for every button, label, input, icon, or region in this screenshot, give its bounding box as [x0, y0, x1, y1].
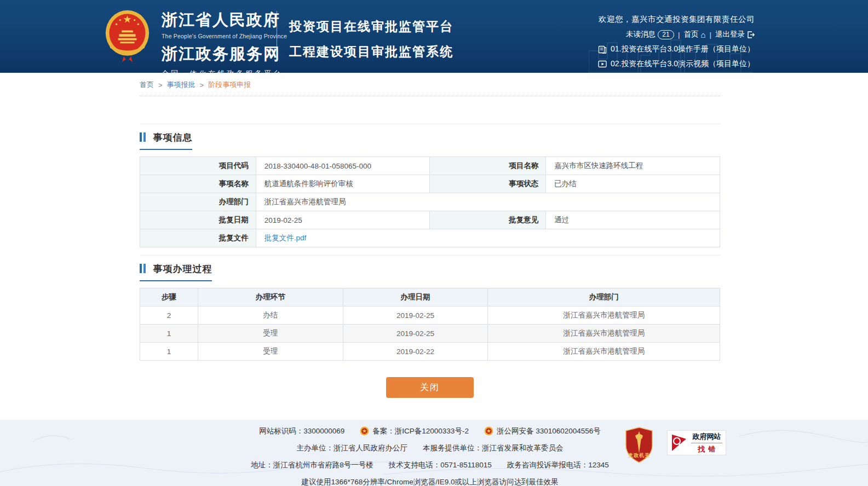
- handling-department-value: 浙江省嘉兴市港航管理局: [256, 193, 720, 211]
- breadcrumb-report[interactable]: 事项报批: [167, 80, 196, 90]
- police-emblem-icon: [484, 426, 493, 436]
- footer-line-4: 建议使用1366*768分辨率/Chrome浏览器/IE9.0或以上浏览器访问达…: [140, 473, 720, 486]
- main-content: 事项信息 项目代码 2018-330400-48-01-058065-000 项…: [140, 124, 720, 398]
- field-label: 批复日期: [140, 211, 256, 229]
- site-header: 浙江省人民政府 The People's Government of Zheji…: [0, 0, 868, 73]
- national-emblem-icon: [104, 7, 151, 64]
- table-row: 1 受理 2019-02-22 浙江省嘉兴市港航管理局: [140, 343, 720, 361]
- step-cell: 2: [140, 306, 198, 325]
- date-cell: 2019-02-25: [343, 325, 488, 343]
- separator: |: [678, 31, 680, 39]
- police-record-text: 浙公网安备 33010602004556号: [497, 426, 601, 436]
- site-code: 网站标识码：3300000069: [259, 426, 344, 436]
- breadcrumb-current: 阶段事项申报: [208, 80, 251, 90]
- user-links: 未读消息 21 | 首页 ⌂ | 退出登录: [598, 30, 755, 39]
- police-emblem-icon: [360, 426, 369, 436]
- logout-link[interactable]: 退出登录: [715, 30, 755, 39]
- breadcrumb-separator: >: [158, 81, 163, 89]
- find-error-text: 政府网站 找错: [691, 432, 722, 454]
- approval-opinion-value: 通过: [546, 211, 720, 229]
- browser-tip-text: 建议使用1366*768分辨率/Chrome浏览器/IE9.0或以上浏览器访问达…: [302, 477, 559, 486]
- col-header-phase: 办理环节: [198, 288, 343, 306]
- col-header-step: 步骤: [140, 288, 198, 306]
- site-footer: 网站标识码：3300000069 备案：浙ICP备12000333号-2 浙公网…: [0, 420, 868, 486]
- section-bars-icon: [140, 132, 146, 144]
- item-name-value: 航道通航条件影响评价审核: [256, 175, 430, 193]
- logout-label: 退出登录: [715, 30, 745, 39]
- item-info-section: 事项信息 项目代码 2018-330400-48-01-058065-000 项…: [140, 124, 720, 247]
- organizer-text: 主办单位：浙江省人民政府办公厅: [297, 443, 408, 453]
- find-error-site-label: 政府网站: [691, 432, 722, 443]
- table-row: 项目代码 2018-330400-48-01-058065-000 项目名称 嘉…: [140, 157, 720, 175]
- find-error-badge[interactable]: 政府网站 找错: [667, 430, 726, 455]
- field-label: 事项名称: [140, 175, 256, 193]
- unread-count-badge[interactable]: 21: [658, 30, 674, 39]
- field-label: 办理部门: [140, 193, 256, 211]
- logout-icon: [747, 31, 755, 38]
- dept-cell: 浙江省嘉兴市港航管理局: [488, 343, 720, 361]
- party-gov-badge[interactable]: 党政机关: [624, 427, 654, 463]
- video-play-icon: [598, 60, 607, 68]
- video-link-label: 02.投资在线平台3.0演示视频（项目单位）: [611, 59, 755, 69]
- field-label: 事项状态: [430, 175, 546, 193]
- field-label: 批复文件: [140, 229, 256, 247]
- manual-link[interactable]: 01.投资在线平台3.0操作手册（项目单位）: [598, 44, 755, 54]
- process-section: 事项办理过程 步骤 办理环节 办理日期 办理部门 2 办结 2019-02-25…: [140, 255, 720, 361]
- close-button[interactable]: 关闭: [386, 377, 474, 398]
- project-code-value: 2018-330400-48-01-058065-000: [256, 157, 430, 175]
- welcome-text: 欢迎您，嘉兴市交通投资集团有限责任公司: [598, 14, 755, 25]
- find-error-magnifier-icon: [671, 433, 687, 452]
- icp-record[interactable]: 备案：浙ICP备12000333号-2: [360, 426, 469, 436]
- item-status-value: 已办结: [546, 175, 720, 193]
- step-cell: 1: [140, 343, 198, 361]
- address-text: 地址：浙江省杭州市省府路8号一号楼: [251, 460, 373, 470]
- item-info-table: 项目代码 2018-330400-48-01-058065-000 项目名称 嘉…: [140, 157, 720, 247]
- header-divider: [277, 11, 277, 62]
- phase-cell: 受理: [198, 343, 343, 361]
- table-row: 批复日期 2019-02-25 批复意见 通过: [140, 211, 720, 229]
- dept-cell: 浙江省嘉兴市港航管理局: [488, 306, 720, 325]
- item-info-title: 事项信息: [153, 132, 192, 143]
- section-bars-icon: [140, 264, 146, 275]
- platform-titles: 投资项目在线审批监管平台 工程建设项目审批监管系统: [289, 18, 453, 60]
- dept-cell: 浙江省嘉兴市港航管理局: [488, 325, 720, 343]
- process-table: 步骤 办理环节 办理日期 办理部门 2 办结 2019-02-25 浙江省嘉兴市…: [140, 288, 720, 361]
- date-cell: 2019-02-25: [343, 306, 488, 325]
- section-heading: 事项信息: [140, 131, 192, 150]
- section-heading: 事项办理过程: [140, 263, 212, 281]
- unread-label: 未读消息: [626, 30, 656, 39]
- gov-titles: 浙江省人民政府 The People's Government of Zheji…: [162, 7, 287, 73]
- provider-text: 本服务提供单位：浙江省发展和改革委员会: [423, 443, 564, 453]
- unread-messages-link[interactable]: 未读消息 21: [626, 30, 674, 39]
- icp-text: 备案：浙ICP备12000333号-2: [372, 426, 469, 436]
- gov-name-en: The People's Government of Zhejiang Prov…: [162, 33, 287, 39]
- party-gov-badge-label: 党政机关: [624, 452, 654, 459]
- portal-name: 浙江政务服务网: [162, 43, 287, 65]
- table-row: 2 办结 2019-02-25 浙江省嘉兴市港航管理局: [140, 306, 720, 325]
- document-icon: [598, 45, 607, 54]
- table-row: 1 受理 2019-02-25 浙江省嘉兴市港航管理局: [140, 325, 720, 343]
- breadcrumb-separator: >: [200, 81, 204, 89]
- breadcrumb-home[interactable]: 首页: [140, 80, 154, 90]
- home-label: 首页: [683, 30, 698, 39]
- table-row: 批复文件 批复文件.pdf: [140, 229, 720, 247]
- date-cell: 2019-02-22: [343, 343, 488, 361]
- home-link[interactable]: 首页 ⌂: [683, 30, 705, 39]
- site-logo: 浙江省人民政府 The People's Government of Zheji…: [104, 7, 287, 73]
- find-error-label: 找错: [691, 443, 726, 454]
- portal-subtitle: 全国一体化在线政务服务平台: [162, 69, 287, 73]
- approval-file-link[interactable]: 批复文件.pdf: [265, 234, 307, 242]
- video-link[interactable]: 02.投资在线平台3.0演示视频（项目单位）: [598, 59, 755, 69]
- home-icon: ⌂: [700, 30, 705, 39]
- platform-title-line2: 工程建设项目审批监管系统: [289, 43, 453, 60]
- manual-link-label: 01.投资在线平台3.0操作手册（项目单位）: [611, 44, 755, 54]
- table-row: 事项名称 航道通航条件影响评价审核 事项状态 已办结: [140, 175, 720, 193]
- police-record[interactable]: 浙公网安备 33010602004556号: [484, 426, 601, 436]
- field-label: 项目代码: [140, 157, 256, 175]
- approval-file-cell: 批复文件.pdf: [256, 229, 720, 247]
- breadcrumb: 首页 > 事项报批 > 阶段事项申报: [140, 73, 720, 96]
- field-label: 项目名称: [430, 157, 546, 175]
- field-label: 批复意见: [430, 211, 546, 229]
- header-user-area: 欢迎您，嘉兴市交通投资集团有限责任公司 未读消息 21 | 首页 ⌂ | 退出登…: [598, 14, 755, 69]
- separator: |: [709, 31, 711, 39]
